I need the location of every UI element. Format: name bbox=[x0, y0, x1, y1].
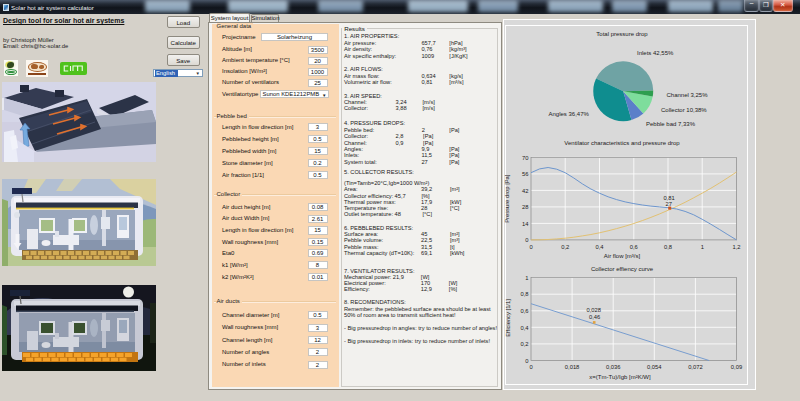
svg-text:Collector 10,38%: Collector 10,38% bbox=[661, 107, 707, 113]
svg-text:0,4: 0,4 bbox=[520, 325, 529, 331]
svg-text:0,2: 0,2 bbox=[520, 341, 528, 347]
svg-text:0: 0 bbox=[529, 364, 532, 370]
svg-text:Inlets 42,55%: Inlets 42,55% bbox=[637, 50, 674, 56]
svg-text:0,46: 0,46 bbox=[589, 314, 600, 320]
svg-text:0,036: 0,036 bbox=[606, 364, 621, 370]
svg-text:0: 0 bbox=[529, 244, 532, 250]
svg-text:0,028: 0,028 bbox=[587, 307, 602, 313]
svg-text:Total pressure drop: Total pressure drop bbox=[596, 31, 648, 37]
svg-text:0,6: 0,6 bbox=[520, 308, 528, 314]
svg-text:27: 27 bbox=[666, 201, 672, 207]
svg-text:56: 56 bbox=[522, 171, 528, 177]
svg-text:0: 0 bbox=[525, 237, 528, 243]
svg-text:Collector effiency curve: Collector effiency curve bbox=[591, 266, 654, 272]
svg-text:Ventilator characteristics and: Ventilator characteristics and pressure … bbox=[564, 140, 680, 146]
svg-text:1,2: 1,2 bbox=[732, 244, 740, 250]
svg-text:0,8: 0,8 bbox=[664, 244, 672, 250]
svg-text:70: 70 bbox=[522, 155, 528, 161]
svg-text:Pebble bad 7,33%: Pebble bad 7,33% bbox=[646, 121, 696, 127]
svg-text:14: 14 bbox=[522, 221, 529, 227]
svg-text:28: 28 bbox=[522, 204, 528, 210]
svg-text:Pressure drop [Pa]: Pressure drop [Pa] bbox=[505, 174, 511, 223]
svg-text:0,2: 0,2 bbox=[561, 244, 569, 250]
svg-text:Efficiency [1/1]: Efficiency [1/1] bbox=[505, 299, 511, 337]
svg-text:0,4: 0,4 bbox=[595, 244, 604, 250]
svg-text:Angles 36,47%: Angles 36,47% bbox=[549, 111, 590, 117]
svg-text:0,8: 0,8 bbox=[520, 291, 528, 297]
svg-text:0,018: 0,018 bbox=[565, 364, 580, 370]
svg-text:0: 0 bbox=[525, 358, 528, 364]
svg-text:Air flow [m³/s]: Air flow [m³/s] bbox=[604, 253, 641, 259]
svg-text:1: 1 bbox=[701, 244, 704, 250]
svg-text:0,81: 0,81 bbox=[664, 195, 675, 201]
svg-text:0,6: 0,6 bbox=[630, 244, 638, 250]
svg-text:1: 1 bbox=[525, 275, 528, 281]
svg-text:x=(Tm-Tu)/Igb [m²K/W]: x=(Tm-Tu)/Igb [m²K/W] bbox=[589, 374, 651, 380]
svg-text:0,072: 0,072 bbox=[688, 364, 703, 370]
svg-text:Channel 3,25%: Channel 3,25% bbox=[667, 92, 709, 98]
svg-text:42: 42 bbox=[522, 188, 528, 194]
svg-text:0,054: 0,054 bbox=[647, 364, 662, 370]
svg-text:0,09: 0,09 bbox=[731, 364, 742, 370]
